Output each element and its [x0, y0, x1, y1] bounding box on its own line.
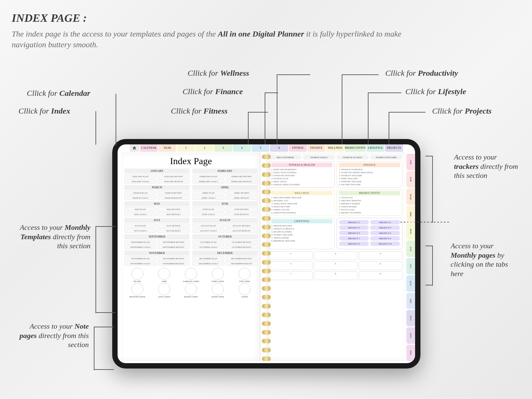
month-header[interactable]: MAY: [124, 201, 190, 206]
project-link[interactable]: PROJECT 5: [339, 231, 369, 235]
month-btn[interactable]: SEPTEMBER PLAN: [124, 240, 156, 244]
tracker-header[interactable]: FINANCE: [339, 163, 400, 167]
month-btn[interactable]: MAY PLAN: [124, 207, 156, 211]
month-header[interactable]: JUNE: [192, 201, 258, 206]
month-tab-apr[interactable]: APR: [406, 206, 415, 222]
month-btn[interactable]: AUGUST GOALS: [192, 228, 224, 233]
tracker-item[interactable]: 2. DAILY FOOD JOURNAL: [271, 171, 332, 174]
month-btn[interactable]: MARCH BUDGET: [157, 196, 190, 200]
tracker-item[interactable]: 5. EXPENSE TRACKER: [339, 180, 400, 183]
tab-6[interactable]: 6: [270, 144, 288, 152]
month-btn[interactable]: JUNE BUDGET: [225, 212, 258, 216]
extra-slot[interactable]: 3.: [359, 251, 402, 260]
tracker-item[interactable]: 5. WHEEL OF LIFE: [271, 208, 332, 211]
month-header[interactable]: AUGUST: [192, 218, 258, 223]
month-btn[interactable]: JUNE REVIEW: [225, 207, 258, 211]
yearly-pill[interactable]: 2022 CALENDAR: [269, 155, 302, 159]
project-link[interactable]: PROJECT 4: [370, 225, 400, 230]
month-header[interactable]: NOVEMBER: [124, 251, 190, 256]
extra-slot[interactable]: 5.: [314, 261, 357, 270]
project-link[interactable]: PROJECT 7: [339, 236, 369, 241]
extra-slot[interactable]: 2.: [314, 251, 357, 260]
month-btn[interactable]: JANUARY REVIEW: [157, 174, 190, 179]
tracker-header[interactable]: FITNESS & HEALTH: [271, 163, 332, 167]
tab-productivity[interactable]: PRODUCTIVITY: [345, 144, 366, 152]
tracker-item[interactable]: 3. EXERCISE TRACKER: [271, 174, 332, 177]
yearly-pill[interactable]: YEARLY OUTLOOK: [370, 155, 403, 159]
month-btn[interactable]: AUGUST REVIEW: [225, 223, 258, 228]
yearly-pill[interactable]: YEARLY GOALS: [303, 155, 335, 159]
month-btn[interactable]: JUNE GOALS: [192, 212, 224, 216]
extra-slot[interactable]: 1.: [269, 251, 313, 260]
tracker-item[interactable]: 3. RECIPE PLANNER: [271, 230, 332, 233]
tracker-item[interactable]: 6. WEEKLY MEAL PLANNER: [271, 183, 332, 186]
month-btn[interactable]: MAY REVIEW: [157, 207, 190, 211]
tracker-item[interactable]: 6. BIRTHDAY TRACKER: [271, 239, 332, 242]
tracker-item[interactable]: 2. READING LOG: [271, 199, 332, 202]
tracker-item[interactable]: 1. BODY MEASUREMENT: [271, 168, 332, 171]
month-btn[interactable]: APRIL PLAN: [192, 191, 224, 195]
project-link[interactable]: PROJECT 3: [339, 225, 369, 230]
month-btn[interactable]: FEBRUARY BUDGET: [225, 179, 258, 184]
tab-2[interactable]: 2: [196, 144, 214, 152]
tab-3[interactable]: 3: [214, 144, 232, 152]
tracker-item[interactable]: 5. FOCUS GOAL: [339, 208, 400, 211]
month-tab-mar[interactable]: MAR: [406, 189, 415, 205]
tracker-item[interactable]: 3. CHALLENGE TRACKER: [271, 202, 332, 205]
extra-slot[interactable]: 6.: [359, 261, 402, 270]
tab-fitness[interactable]: FITNESS: [289, 144, 307, 152]
tracker-item[interactable]: 6. PROJECT PLANNER: [339, 211, 400, 214]
month-tab-aug[interactable]: AUG: [406, 275, 415, 292]
tracker-item[interactable]: 1. DREAM TRACKER: [271, 224, 332, 227]
tab-wellness[interactable]: WELLNESS: [326, 144, 344, 152]
tab-year[interactable]: YEAR: [158, 144, 177, 152]
month-header[interactable]: APRIL: [192, 185, 258, 190]
tracker-item[interactable]: 1. TO DO LIST: [339, 196, 400, 199]
month-tab-jan[interactable]: JAN: [406, 154, 415, 170]
tab-1[interactable]: 1: [177, 144, 195, 152]
project-link[interactable]: PROJECT 6: [370, 231, 400, 235]
yearly-pill[interactable]: YEAR AT GLANCE: [336, 155, 369, 159]
tracker-item[interactable]: 5. TRIP PLANNER: [271, 236, 332, 239]
month-tab-oct[interactable]: OCT: [406, 310, 415, 326]
tracker-item[interactable]: 1. HEALTHY HABIT TRACKER: [271, 196, 332, 199]
project-link[interactable]: PROJECT 10: [370, 242, 400, 246]
note-template-left-lined[interactable]: LEFT LINED: [151, 283, 177, 298]
month-btn[interactable]: JULY REVIEW: [157, 223, 190, 228]
tracker-item[interactable]: 4. FITNESS PLAN: [271, 177, 332, 180]
month-tab-feb[interactable]: FEB: [406, 171, 415, 188]
tab-5[interactable]: 5: [252, 144, 270, 152]
month-header[interactable]: FEBRUARY: [192, 169, 258, 174]
tracker-item[interactable]: 4. VISION BOARD: [339, 205, 400, 208]
project-link[interactable]: PROJECT 2: [370, 220, 400, 224]
tracker-item[interactable]: 4. DAILY ROUTINE: [271, 205, 332, 208]
month-tab-dec[interactable]: DEC: [406, 345, 415, 361]
tab-home[interactable]: [130, 144, 139, 152]
month-header[interactable]: JANUARY: [124, 169, 190, 174]
project-link[interactable]: PROJECT 9: [339, 242, 369, 246]
month-btn[interactable]: NOVEMBER GOALS: [124, 261, 156, 266]
tab-4[interactable]: 4: [233, 144, 251, 152]
tracker-item[interactable]: 4. DEBT TRACKER: [339, 177, 400, 180]
note-template-narrow-lined[interactable]: NARROW LINED: [178, 268, 204, 282]
note-template-lined[interactable]: LINED: [231, 283, 258, 298]
tracker-item[interactable]: 2. MEETING MINUTES: [339, 199, 400, 202]
month-btn[interactable]: JULY BUDGET: [157, 228, 190, 233]
project-link[interactable]: PROJECT 1: [339, 220, 369, 224]
tracker-item[interactable]: 1. FINANCE OVERVIEW: [339, 168, 400, 171]
month-btn[interactable]: APRIL REVIEW: [225, 191, 258, 195]
month-tab-jun[interactable]: JUN: [406, 241, 415, 257]
tracker-item[interactable]: 5. MEAL IDEAS: [271, 180, 332, 183]
tracker-item[interactable]: 6. INCOME TRACKER: [339, 183, 400, 186]
month-btn[interactable]: OCTOBER REVIEW: [225, 240, 258, 244]
month-btn[interactable]: JANUARY BUDGET: [157, 179, 190, 184]
month-btn[interactable]: OCTOBER BUDGET: [225, 245, 258, 249]
month-btn[interactable]: DECEMBER PLAN: [192, 256, 224, 261]
note-template-blank[interactable]: BLANK: [124, 268, 150, 282]
note-template-bottom-lined[interactable]: BOTTOM LINED: [124, 283, 150, 298]
extra-slot[interactable]: 9.: [359, 271, 402, 280]
month-btn[interactable]: MAY GOALS: [124, 212, 156, 216]
month-btn[interactable]: SEPTEMBER BUDGET: [157, 245, 190, 249]
month-tab-sep[interactable]: SEP: [406, 293, 415, 309]
month-btn[interactable]: AUGUST PLAN: [192, 223, 224, 228]
